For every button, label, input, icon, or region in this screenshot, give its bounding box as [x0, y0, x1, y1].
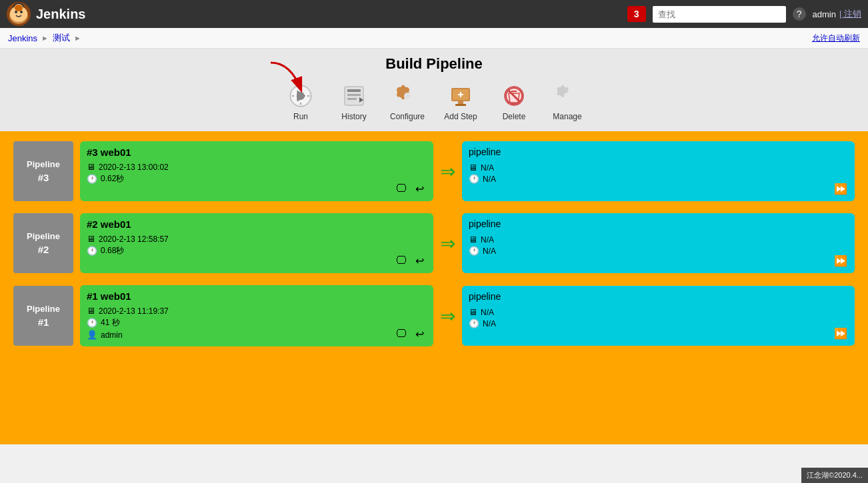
step-date-text: 2020-2-13 13:00:02: [99, 163, 169, 172]
history-label: History: [341, 112, 366, 121]
run-icon: [287, 83, 314, 109]
step-retry-icon[interactable]: ↩: [412, 326, 427, 341]
result-title: pipeline: [469, 219, 848, 229]
step-console-icon[interactable]: 🖵: [394, 253, 409, 268]
result-line1: 🖥 N/A: [469, 163, 848, 173]
user-label: admin: [813, 9, 836, 19]
result-icon1: 🖥: [469, 163, 477, 173]
run-label: Run: [293, 112, 308, 121]
step-title: #1 web01: [87, 290, 427, 302]
pipeline-row: Pipeline #3 #3 web01 🖥 2020-2-13 13:00:0…: [13, 141, 855, 201]
clock-icon: 🕐: [87, 246, 97, 256]
clock-icon: 🕐: [87, 174, 97, 184]
pipeline-num: #2: [38, 244, 49, 255]
delete-button[interactable]: Delete: [494, 83, 534, 121]
pipeline-result-box: pipeline 🖥 N/A 🕐 N/A ⏩: [462, 213, 855, 273]
breadcrumb: Jenkins ► 测试 ► 允许自动刷新: [0, 28, 868, 49]
search-input[interactable]: [653, 6, 786, 23]
result-line1: 🖥 N/A: [469, 307, 848, 317]
pipeline-label-box: Pipeline #1: [13, 286, 73, 346]
help-button[interactable]: ?: [793, 7, 806, 21]
result-icon2: 🕐: [469, 246, 479, 256]
manage-button[interactable]: Manage: [547, 83, 587, 121]
pipeline-arrow-icon: ⇒: [440, 305, 455, 327]
monitor-icon: 🖥: [87, 306, 95, 316]
step-console-icon[interactable]: 🖵: [394, 181, 409, 196]
jenkins-title: Jenkins: [36, 7, 85, 22]
main-content: Build Pipeline: [0, 49, 868, 444]
user-icon: 👤: [87, 330, 97, 340]
pipeline-label-box: Pipeline #3: [13, 141, 73, 201]
header-logo[interactable]: Jenkins: [7, 2, 85, 26]
pipeline-arrow-icon: ⇒: [440, 161, 455, 183]
step-title: #2 web01: [87, 219, 427, 230]
pipeline-result-box: pipeline 🖥 N/A 🕐 N/A ⏩: [462, 286, 855, 346]
result-line1: 🖥 N/A: [469, 235, 848, 244]
jenkins-logo-icon: [7, 2, 31, 26]
step-console-icon[interactable]: 🖵: [394, 326, 409, 341]
result-detail-btn[interactable]: ⏩: [833, 253, 848, 268]
toolbar-area: Build Pipeline: [0, 49, 868, 131]
pipeline-num: #3: [38, 172, 49, 183]
logout-button[interactable]: | 注销: [839, 8, 861, 20]
add-step-button[interactable]: Add Step: [441, 83, 481, 121]
step-duration: 🕐 41 秒: [87, 317, 427, 328]
result-detail-btn[interactable]: ⏩: [833, 326, 848, 340]
svg-rect-13: [347, 98, 357, 100]
monitor-icon: 🖥: [87, 162, 95, 172]
pipeline-label: Pipeline: [27, 159, 60, 169]
step-retry-icon[interactable]: ↩: [412, 181, 427, 196]
result-title: pipeline: [469, 147, 848, 157]
header: Jenkins 3 ? admin | 注销: [0, 0, 868, 28]
step-title: #3 web01: [87, 147, 427, 158]
result-line2: 🕐 N/A: [469, 246, 848, 256]
result-line2-text: N/A: [483, 246, 496, 256]
pipeline-step-box: #2 web01 🖥 2020-2-13 12:58:57 🕐 0.68秒 🖵 …: [80, 213, 433, 273]
svg-point-16: [404, 93, 411, 99]
pipeline-row: Pipeline #2 #2 web01 🖥 2020-2-13 12:58:5…: [13, 213, 855, 273]
breadcrumb-home[interactable]: Jenkins: [8, 33, 37, 43]
pipeline-step-box: #1 web01 🖥 2020-2-13 11:19:37 🕐 41 秒 👤 a…: [80, 285, 433, 346]
result-line2: 🕐 N/A: [469, 174, 848, 184]
result-icon1: 🖥: [469, 307, 477, 317]
svg-rect-20: [455, 104, 466, 106]
result-line2: 🕐 N/A: [469, 318, 848, 328]
step-duration-text: 0.62秒: [101, 173, 124, 185]
result-icon1: 🖥: [469, 235, 477, 244]
watermark-text: 江念湖©2020.4...: [807, 471, 863, 479]
result-detail-btn[interactable]: ⏩: [833, 181, 848, 196]
step-date: 🖥 2020-2-13 12:58:57: [87, 234, 427, 244]
step-duration-text: 41 秒: [101, 317, 120, 328]
step-icons-row: 🖵 ↩: [394, 253, 427, 268]
step-icons-row: 🖵 ↩: [394, 181, 427, 196]
run-button[interactable]: Run: [281, 83, 321, 121]
step-duration: 🕐 0.62秒: [87, 173, 427, 185]
manage-label: Manage: [553, 112, 581, 121]
configure-button[interactable]: Configure: [387, 83, 427, 121]
breadcrumb-project[interactable]: 测试: [53, 32, 70, 44]
toolbar: Run History: [0, 79, 868, 128]
step-user-text: admin: [101, 330, 123, 340]
notification-badge[interactable]: 3: [627, 6, 646, 22]
pipeline-row: Pipeline #1 #1 web01 🖥 2020-2-13 11:19:3…: [13, 285, 855, 346]
step-icons-row: 🖵 ↩: [394, 326, 427, 341]
pipeline-arrow-icon: ⇒: [440, 233, 455, 254]
monitor-icon: 🖥: [87, 234, 95, 244]
step-retry-icon[interactable]: ↩: [412, 253, 427, 268]
step-date: 🖥 2020-2-13 11:19:37: [87, 306, 427, 316]
page-title: Build Pipeline: [0, 55, 868, 73]
history-icon: [341, 83, 367, 109]
svg-rect-12: [347, 94, 361, 96]
step-date-text: 2020-2-13 12:58:57: [99, 235, 169, 244]
clock-icon: 🕐: [87, 318, 97, 328]
result-line2-text: N/A: [483, 319, 496, 328]
breadcrumb-arrow2: ►: [74, 34, 81, 42]
result-title: pipeline: [469, 291, 848, 302]
history-button[interactable]: History: [334, 83, 374, 121]
result-line1-text: N/A: [481, 308, 494, 317]
autorefresh-link[interactable]: 允许自动刷新: [812, 33, 860, 44]
configure-label: Configure: [390, 112, 425, 121]
result-line2-text: N/A: [483, 175, 496, 184]
step-user: 👤 admin: [87, 330, 427, 340]
pipeline-label-box: Pipeline #2: [13, 213, 73, 273]
